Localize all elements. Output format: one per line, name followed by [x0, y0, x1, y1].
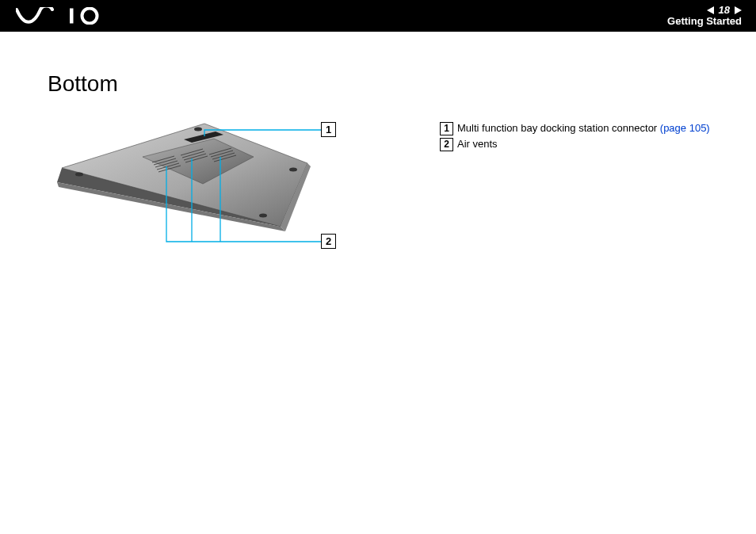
svg-rect-0	[70, 9, 74, 24]
vaio-logo	[16, 7, 103, 25]
svg-point-23	[289, 168, 297, 172]
legend-item-1: 1 Multi function bay docking station con…	[440, 120, 710, 136]
prev-page-icon[interactable]	[707, 6, 714, 14]
page-number: 18	[719, 5, 730, 16]
legend-item-2: 2 Air vents	[440, 136, 710, 152]
page-ref-link[interactable]: (page 105)	[660, 122, 710, 134]
laptop-bottom-illustration: 1 2	[48, 119, 365, 277]
legend-text-1: Multi function bay docking station conne…	[457, 122, 660, 134]
next-page-icon[interactable]	[735, 6, 742, 14]
svg-point-1	[82, 9, 97, 24]
section-name: Getting Started	[667, 16, 742, 27]
callout-label-2: 2	[321, 234, 336, 249]
header-nav: 18 Getting Started	[667, 5, 742, 28]
svg-point-22	[194, 128, 202, 132]
svg-point-21	[75, 173, 83, 177]
legend-text-2: Air vents	[457, 136, 498, 152]
header-bar: 18 Getting Started	[0, 0, 756, 32]
svg-point-24	[259, 214, 267, 218]
callout-label-1: 1	[321, 122, 336, 137]
legend: 1 Multi function bay docking station con…	[440, 120, 710, 152]
page-content: Bottom	[0, 32, 756, 277]
legend-marker-1: 1	[440, 122, 453, 135]
page-title: Bottom	[48, 71, 716, 97]
legend-marker-2: 2	[440, 138, 453, 151]
